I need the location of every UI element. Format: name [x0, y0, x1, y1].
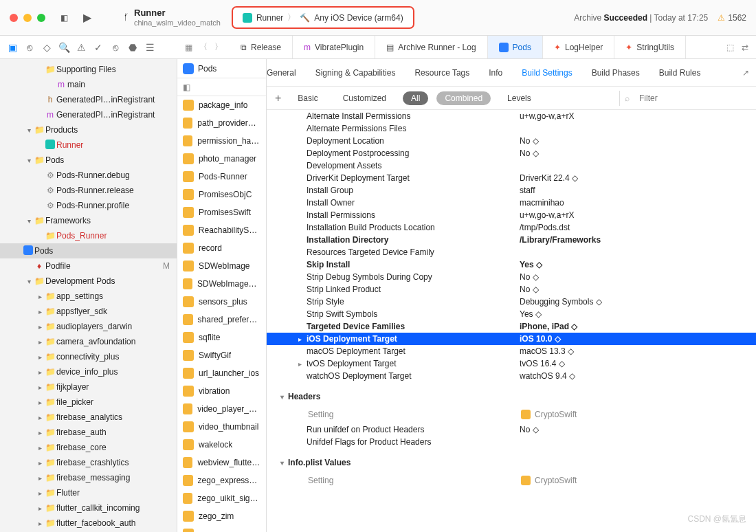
breakpoint-navigator-icon[interactable]: ⬣	[124, 42, 141, 53]
project-tab[interactable]: General	[267, 68, 296, 78]
tree-node[interactable]: mmain	[0, 77, 177, 92]
targets-sidebar-icon[interactable]: ◧	[177, 78, 266, 96]
test-navigator-icon[interactable]: ✓	[90, 42, 107, 53]
target-item[interactable]: video_player_avf…	[177, 400, 266, 418]
basic-filter[interactable]: Basic	[289, 91, 326, 105]
tree-node[interactable]: ▸📁firebase_analytics	[0, 410, 177, 425]
setting-row[interactable]: Install Permissionsu+w,go-w,a+rX	[267, 209, 756, 221]
setting-row[interactable]: ▸tvOS Deployment TargettvOS 16.4 ◇	[267, 357, 756, 370]
close-window-button[interactable]	[10, 14, 18, 22]
target-item[interactable]: PromisesSwift	[177, 203, 266, 221]
setting-row[interactable]: Installation Build Products Location/tmp…	[267, 221, 756, 234]
project-tab[interactable]: Build Rules	[659, 68, 701, 78]
setting-row[interactable]: Strip Debug Symbols During CopyNo ◇	[267, 271, 756, 283]
levels-filter[interactable]: Levels	[499, 91, 540, 105]
back-button[interactable]: 〈	[197, 41, 210, 53]
target-item[interactable]: SDWebImageWe…	[177, 275, 266, 293]
tree-node[interactable]: ⚙Pods-Runner.release	[0, 183, 177, 198]
filter-input[interactable]	[619, 91, 748, 106]
related-items-icon[interactable]: ▦	[181, 43, 195, 52]
setting-row[interactable]: Alternate Install Permissionsu+w,go-w,a+…	[267, 110, 756, 122]
debug-navigator-icon[interactable]: ⎋	[107, 42, 124, 53]
project-navigator[interactable]: 📁Supporting FilesmmainhGeneratedPl…inReg…	[0, 59, 177, 532]
combined-filter[interactable]: Combined	[436, 91, 491, 105]
tree-node[interactable]: ▸📁file_picker	[0, 395, 177, 410]
setting-row[interactable]: Deployment LocationNo ◇	[267, 135, 756, 147]
sidebar-toggle-icon[interactable]: ◧	[55, 13, 73, 23]
project-tab[interactable]: Build Phases	[592, 68, 640, 78]
tree-node[interactable]: ▸📁appsflyer_sdk	[0, 304, 177, 319]
tree-node[interactable]: ▸📁connectivity_plus	[0, 349, 177, 364]
tree-node[interactable]: ▾📁Pods	[0, 153, 177, 168]
target-item[interactable]: SwiftyGif	[177, 346, 266, 364]
tree-node[interactable]: ⚙Pods-Runner.profile	[0, 198, 177, 213]
setting-row[interactable]: Install Ownermacminihao	[267, 197, 756, 209]
tree-node[interactable]: ▸📁flutter_facebook_auth	[0, 516, 177, 531]
issue-navigator-icon[interactable]: ⚠	[73, 42, 89, 53]
minimize-window-button[interactable]	[23, 14, 32, 22]
branch-indicator[interactable]: ᚶ Runner china_wslm_video_match	[124, 8, 221, 27]
section-header[interactable]: ▾Headers	[267, 382, 756, 406]
target-item[interactable]: record	[177, 239, 266, 257]
all-filter[interactable]: All	[403, 91, 428, 105]
tree-node[interactable]: 📁Supporting Files	[0, 62, 177, 77]
target-item[interactable]: video_thumbnail	[177, 418, 266, 436]
tree-node[interactable]: ▸📁flutter_callkit_incoming	[0, 500, 177, 516]
setting-row[interactable]: macOS Deployment TargetmacOS 13.3 ◇	[267, 345, 756, 357]
tree-node[interactable]: hGeneratedPl…inRegistrant	[0, 92, 177, 107]
tree-node[interactable]: Pods	[0, 243, 177, 258]
target-item[interactable]: sensors_plus	[177, 293, 266, 311]
tree-node[interactable]: ▸📁firebase_auth	[0, 425, 177, 440]
target-item[interactable]: ReachabilitySwift	[177, 221, 266, 239]
source-control-icon[interactable]: ⎋	[21, 42, 38, 53]
tree-node[interactable]: ▸📁Flutter	[0, 485, 177, 500]
tree-node[interactable]: ⚙Pods-Runner.debug	[0, 168, 177, 183]
setting-row[interactable]: DriverKit Deployment TargetDriverKit 22.…	[267, 172, 756, 184]
tree-node[interactable]: ▸📁firebase_core	[0, 440, 177, 455]
tree-node[interactable]: ▸📁device_info_plus	[0, 364, 177, 379]
project-tab[interactable]: Resource Tags	[414, 68, 469, 78]
editor-tab[interactable]: ⧉Release	[230, 36, 293, 58]
setting-row[interactable]: Development Assets	[267, 159, 756, 172]
run-button[interactable]: ▶	[78, 11, 96, 24]
target-item[interactable]: url_launcher_ios	[177, 364, 266, 382]
zoom-window-button[interactable]	[37, 14, 45, 22]
tree-node[interactable]: ▸📁app_settings	[0, 289, 177, 304]
adjust-editor-icon[interactable]: ⇄	[738, 43, 752, 52]
target-item[interactable]: path_provider_fo…	[177, 114, 266, 132]
target-item[interactable]: SDWebImage	[177, 257, 266, 275]
customized-filter[interactable]: Customized	[335, 91, 394, 105]
report-navigator-icon[interactable]: ☰	[142, 42, 158, 53]
tree-node[interactable]: ▸📁fijkplayer	[0, 379, 177, 395]
target-item[interactable]: package_info	[177, 96, 266, 114]
target-item[interactable]: zego_zim	[177, 507, 266, 525]
editor-tab[interactable]: ✦StringUtils	[614, 36, 686, 58]
project-header[interactable]: Pods	[177, 59, 266, 78]
add-setting-button[interactable]: +	[275, 92, 281, 104]
editor-tab[interactable]: Pods	[488, 36, 543, 58]
target-item[interactable]: wakelock	[177, 436, 266, 454]
setting-row[interactable]: Deployment PostprocessingNo ◇	[267, 147, 756, 159]
tree-node[interactable]: Runner	[0, 137, 177, 153]
symbol-navigator-icon[interactable]: ◇	[38, 42, 55, 53]
tree-node[interactable]: ▾📁Development Pods	[0, 274, 177, 289]
tree-node[interactable]: ▸📁firebase_crashlytics	[0, 455, 177, 470]
setting-row[interactable]: Strip Swift SymbolsYes ◇	[267, 308, 756, 320]
target-item[interactable]: zego_uikit_signa…	[177, 489, 266, 507]
expand-icon[interactable]: ↗	[742, 68, 756, 78]
setting-row[interactable]: Alternate Permissions Files	[267, 122, 756, 135]
target-item[interactable]: zego_express_e…	[177, 472, 266, 489]
tree-node[interactable]: ▸📁audioplayers_darwin	[0, 319, 177, 334]
target-item[interactable]: Pods-Runner	[177, 168, 266, 186]
target-item[interactable]: PromisesObjC	[177, 186, 266, 203]
find-navigator-icon[interactable]: 🔍	[56, 42, 72, 53]
editor-tab[interactable]: ▤Archive Runner - Log	[375, 36, 487, 58]
target-item[interactable]: shared_preferen…	[177, 311, 266, 329]
project-navigator-icon[interactable]: ▣	[4, 42, 21, 53]
setting-row[interactable]: watchOS Deployment TargetwatchOS 9.4 ◇	[267, 370, 756, 382]
setting-row[interactable]: Installation Directory/Library/Framework…	[267, 234, 756, 246]
tree-node[interactable]: ▾📁Frameworks	[0, 213, 177, 228]
target-item[interactable]: permission_hand…	[177, 132, 266, 150]
assistant-icon[interactable]: ⬚	[723, 43, 737, 52]
setting-row[interactable]: Skip InstallYes ◇	[267, 258, 756, 271]
